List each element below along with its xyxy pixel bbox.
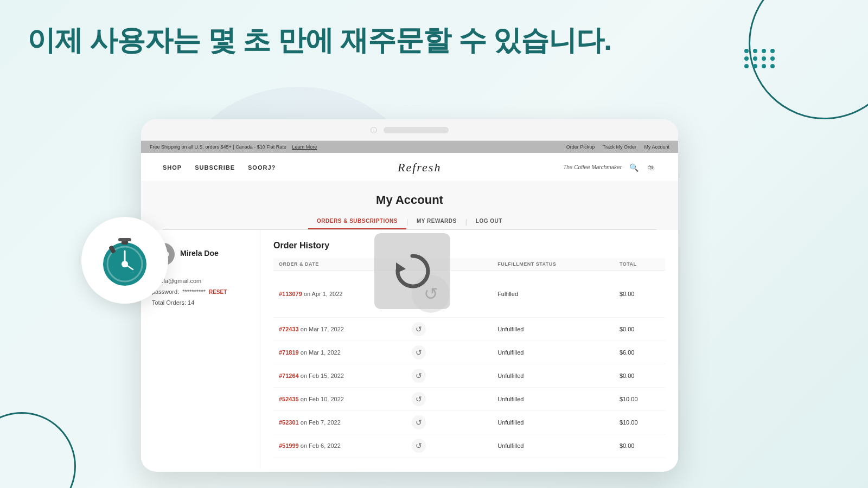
nav-links: SHOP SUBSCRIBE SOORJ? (163, 164, 276, 171)
reorder-button[interactable]: ↺ (412, 439, 426, 453)
stopwatch-icon (95, 230, 155, 290)
refresh-icon-large (391, 249, 434, 293)
status-cell: Unfulfilled (492, 364, 614, 388)
total-cell: $10.00 (614, 388, 665, 411)
status-cell: Unfulfilled (492, 411, 614, 434)
tab-my-rewards[interactable]: MY REWARDS (408, 214, 465, 229)
learn-more-link[interactable]: Learn More (292, 144, 317, 150)
order-table: ORDER & DATE FULFILLMENT STATUS TOTAL #1… (273, 258, 665, 458)
table-row: #113079 on Apr 1, 2022 ↺ Fulfilled $0.00 (273, 271, 665, 318)
total-cell: $6.00 (614, 341, 665, 364)
order-date-cell: #72433 on Mar 17, 2022 (273, 318, 406, 341)
table-row: #52301 on Feb 7, 2022 ↺ Unfulfilled $10.… (273, 411, 665, 434)
order-date: on Feb 15, 2022 (301, 373, 344, 379)
status-cell: Fulfilled (492, 271, 614, 318)
order-link[interactable]: #71819 (279, 349, 299, 356)
total-orders: Total Orders: 14 (152, 299, 249, 306)
status-cell: Unfulfilled (492, 388, 614, 411)
status-cell: Unfulfilled (492, 318, 614, 341)
tablet-url-bar (384, 127, 449, 133)
order-link[interactable]: #71264 (279, 373, 299, 379)
reorder-cell: ↺ (406, 364, 492, 388)
nav-right: The Coffee Marchmaker 🔍 🛍 (563, 162, 656, 173)
order-history-title: Order History (273, 241, 665, 251)
table-row: #51999 on Feb 6, 2022 ↺ Unfulfilled $0.0… (273, 434, 665, 458)
order-date: on Feb 6, 2022 (301, 442, 341, 449)
topbar-right: Order Pickup Track My Order My Account (560, 144, 669, 150)
reorder-cell: ↺ (406, 341, 492, 364)
col-fulfillment: FULFILLMENT STATUS (492, 258, 614, 271)
tablet-top-bar (141, 119, 678, 141)
svg-rect-3 (118, 238, 131, 241)
reorder-cell: ↺ (406, 318, 492, 341)
reorder-cell: ↺ (406, 411, 492, 434)
table-row: #72433 on Mar 17, 2022 ↺ Unfulfilled $0.… (273, 318, 665, 341)
nav-subscribe[interactable]: SUBSCRIBE (195, 164, 235, 171)
profile-name: Mirela Doe (180, 249, 219, 258)
order-date: on Feb 10, 2022 (301, 396, 344, 402)
order-link[interactable]: #72433 (279, 326, 299, 332)
order-pickup-link[interactable]: Order Pickup (566, 144, 595, 150)
col-total: TOTAL (614, 258, 665, 271)
account-title: My Account (163, 193, 656, 207)
tagline: The Coffee Marchmaker (563, 164, 622, 170)
site-nav: SHOP SUBSCRIBE SOORJ? Refresh The Coffee… (141, 153, 678, 182)
table-row: #71264 on Feb 15, 2022 ↺ Unfulfilled $0.… (273, 364, 665, 388)
reorder-cell: ↺ (406, 388, 492, 411)
total-cell: $0.00 (614, 364, 665, 388)
order-date: on Feb 7, 2022 (301, 419, 341, 426)
tab-log-out[interactable]: LOG OUT (467, 214, 511, 229)
tablet-circle (371, 127, 377, 133)
order-link[interactable]: #51999 (279, 442, 299, 449)
reorder-button[interactable]: ↺ (412, 369, 426, 383)
total-cell: $0.00 (614, 318, 665, 341)
order-date-cell: #52301 on Feb 7, 2022 (273, 411, 406, 434)
stopwatch-container (81, 217, 168, 304)
order-date: on Mar 17, 2022 (301, 326, 344, 332)
hero-text: 이제 사용자는 몇 초 만에 재주문할 수 있습니다. (27, 22, 611, 60)
reorder-cell: ↺ (406, 434, 492, 458)
deco-circle-bottom-left (0, 412, 76, 488)
status-cell: Unfulfilled (492, 434, 614, 458)
total-cell: $0.00 (614, 271, 665, 318)
order-date: on Mar 1, 2022 (301, 349, 341, 356)
order-date-cell: #51999 on Feb 6, 2022 (273, 434, 406, 458)
reorder-button[interactable]: ↺ (412, 322, 426, 336)
order-date-cell: #71819 on Mar 1, 2022 (273, 341, 406, 364)
order-date: on Apr 1, 2022 (304, 291, 343, 297)
status-cell: Unfulfilled (492, 341, 614, 364)
cart-icon[interactable]: 🛍 (646, 162, 656, 173)
profile-email: mirela@gmail.com (152, 278, 249, 284)
password-value: ********** (182, 288, 206, 295)
my-account-link[interactable]: My Account (644, 144, 669, 150)
tab-orders-subscriptions[interactable]: ORDERS & SUBSCRIPTIONS (308, 214, 406, 229)
order-date-cell: #71264 on Feb 15, 2022 (273, 364, 406, 388)
account-header: My Account ORDERS & SUBSCRIPTIONS | MY R… (141, 182, 678, 230)
search-icon[interactable]: 🔍 (628, 162, 639, 173)
site-logo[interactable]: Refresh (398, 160, 441, 175)
account-tabs: ORDERS & SUBSCRIPTIONS | MY REWARDS | LO… (163, 214, 656, 230)
total-cell: $10.00 (614, 411, 665, 434)
svg-marker-8 (396, 262, 406, 273)
shipping-text: Free Shipping on all U.S. orders $45+ | … (150, 144, 286, 150)
site-topbar: Free Shipping on all U.S. orders $45+ | … (141, 141, 678, 153)
order-history: Order History ORDER & DATE FULFILLMENT S… (260, 230, 678, 468)
topbar-left: Free Shipping on all U.S. orders $45+ | … (150, 144, 317, 150)
order-link[interactable]: #52301 (279, 419, 299, 426)
reorder-button[interactable]: ↺ (412, 415, 426, 429)
order-date-cell: #52435 on Feb 10, 2022 (273, 388, 406, 411)
table-row: #52435 on Feb 10, 2022 ↺ Unfulfilled $10… (273, 388, 665, 411)
reset-password-link[interactable]: RESET (209, 289, 227, 295)
nav-soorj[interactable]: SOORJ? (248, 164, 276, 171)
nav-shop[interactable]: SHOP (163, 164, 182, 171)
table-row: #71819 on Mar 1, 2022 ↺ Unfulfilled $6.0… (273, 341, 665, 364)
order-link[interactable]: #113079 (279, 291, 302, 297)
total-cell: $0.00 (614, 434, 665, 458)
order-link[interactable]: #52435 (279, 396, 299, 402)
reorder-button[interactable]: ↺ (412, 345, 426, 359)
refresh-overlay[interactable] (374, 233, 450, 309)
profile-password-row: password: ********** RESET (152, 288, 249, 295)
reorder-button[interactable]: ↺ (412, 392, 426, 406)
track-order-link[interactable]: Track My Order (603, 144, 636, 150)
deco-dots (744, 49, 776, 68)
